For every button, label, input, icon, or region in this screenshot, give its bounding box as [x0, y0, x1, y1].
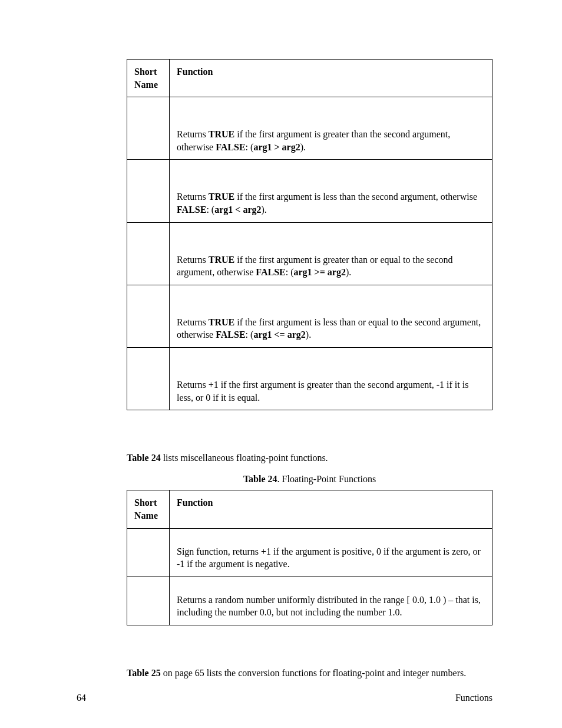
table-row: Returns TRUE if the first argument is le… [127, 285, 492, 347]
page-footer: 64 Functions [77, 693, 492, 703]
section-title: Functions [455, 693, 492, 703]
table-row: Returns TRUE if the first argument is gr… [127, 97, 492, 160]
header-short-name: Short Name [127, 490, 170, 528]
table-row: Returns TRUE if the first argument is le… [127, 160, 492, 222]
short-name-cell [127, 285, 170, 347]
function-description-cell: Returns TRUE if the first argument is le… [170, 160, 492, 222]
table-reference-paragraph: Table 24 lists miscellaneous floating-po… [127, 452, 492, 465]
table-caption: Table 24. Floating-Point Functions [127, 473, 492, 486]
header-function: Function [170, 60, 492, 97]
comparison-functions-table: Short Name Function Returns TRUE if the … [127, 59, 492, 410]
short-name-cell [127, 160, 170, 222]
function-description-cell: Returns TRUE if the first argument is gr… [170, 222, 492, 285]
short-name-cell [127, 97, 170, 160]
header-function: Function [170, 490, 492, 528]
document-page: Short Name Function Returns TRUE if the … [0, 0, 562, 728]
table-row: Sign function, returns +1 if the argumen… [127, 528, 492, 577]
page-content: Short Name Function Returns TRUE if the … [127, 59, 492, 679]
short-name-cell [127, 528, 170, 577]
page-number: 64 [77, 693, 86, 703]
table-row: Returns a random number uniformly distri… [127, 577, 492, 625]
short-name-cell [127, 222, 170, 285]
function-description-cell: Sign function, returns +1 if the argumen… [170, 528, 492, 577]
table-header-row: Short Name Function [127, 490, 492, 528]
header-short-name: Short Name [127, 60, 170, 97]
function-description-cell: Returns TRUE if the first argument is le… [170, 285, 492, 347]
short-name-cell [127, 347, 170, 410]
table-header-row: Short Name Function [127, 60, 492, 97]
table-reference-paragraph: Table 25 on page 65 lists the conversion… [127, 667, 492, 680]
function-description-cell: Returns a random number uniformly distri… [170, 577, 492, 625]
function-description-cell: Returns +1 if the first argument is grea… [170, 347, 492, 410]
short-name-cell [127, 577, 170, 625]
function-description-cell: Returns TRUE if the first argument is gr… [170, 97, 492, 160]
table-row: Returns TRUE if the first argument is gr… [127, 222, 492, 285]
floating-point-functions-table: Short Name Function Sign function, retur… [127, 490, 492, 625]
table-row: Returns +1 if the first argument is grea… [127, 347, 492, 410]
